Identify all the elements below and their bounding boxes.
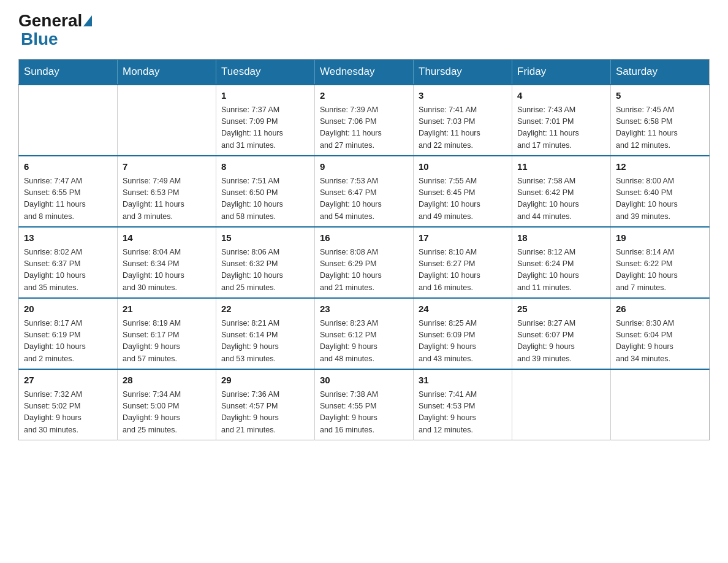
day-info: Sunrise: 8:14 AMSunset: 6:22 PMDaylight:… xyxy=(616,247,704,294)
calendar-cell: 4Sunrise: 7:43 AMSunset: 7:01 PMDaylight… xyxy=(512,85,611,156)
day-info: Sunrise: 7:49 AMSunset: 6:53 PMDaylight:… xyxy=(123,175,211,223)
calendar-cell: 16Sunrise: 8:08 AMSunset: 6:29 PMDayligh… xyxy=(315,227,414,298)
calendar-cell: 15Sunrise: 8:06 AMSunset: 6:32 PMDayligh… xyxy=(216,227,315,298)
day-number: 20 xyxy=(24,302,112,316)
calendar-table: SundayMondayTuesdayWednesdayThursdayFrid… xyxy=(18,59,710,440)
day-number: 7 xyxy=(123,160,211,174)
weekday-header-monday: Monday xyxy=(118,59,216,85)
day-info: Sunrise: 7:55 AMSunset: 6:45 PMDaylight:… xyxy=(419,175,507,223)
day-number: 14 xyxy=(123,231,211,245)
weekday-header-row: SundayMondayTuesdayWednesdayThursdayFrid… xyxy=(19,59,710,85)
day-info: Sunrise: 8:12 AMSunset: 6:24 PMDaylight:… xyxy=(517,247,605,294)
logo-blue-text: Blue xyxy=(21,29,58,48)
day-number: 31 xyxy=(419,373,507,388)
day-info: Sunrise: 7:43 AMSunset: 7:01 PMDaylight:… xyxy=(517,104,605,152)
day-number: 12 xyxy=(616,160,704,174)
day-info: Sunrise: 8:30 AMSunset: 6:04 PMDaylight:… xyxy=(616,318,704,366)
calendar-cell: 6Sunrise: 7:47 AMSunset: 6:55 PMDaylight… xyxy=(19,156,118,227)
calendar-cell: 20Sunrise: 8:17 AMSunset: 6:19 PMDayligh… xyxy=(19,298,118,369)
weekday-header-sunday: Sunday xyxy=(19,59,118,85)
calendar-cell: 18Sunrise: 8:12 AMSunset: 6:24 PMDayligh… xyxy=(512,227,611,298)
calendar-cell: 5Sunrise: 7:45 AMSunset: 6:58 PMDaylight… xyxy=(611,85,710,156)
day-info: Sunrise: 7:53 AMSunset: 6:47 PMDaylight:… xyxy=(320,175,408,223)
day-info: Sunrise: 7:36 AMSunset: 4:57 PMDaylight:… xyxy=(221,389,309,437)
calendar-cell: 3Sunrise: 7:41 AMSunset: 7:03 PMDaylight… xyxy=(414,85,512,156)
day-info: Sunrise: 8:19 AMSunset: 6:17 PMDaylight:… xyxy=(123,318,211,366)
day-info: Sunrise: 8:08 AMSunset: 6:29 PMDaylight:… xyxy=(320,247,408,294)
day-number: 25 xyxy=(517,302,605,316)
calendar-cell: 19Sunrise: 8:14 AMSunset: 6:22 PMDayligh… xyxy=(611,227,710,298)
calendar-cell: 30Sunrise: 7:38 AMSunset: 4:55 PMDayligh… xyxy=(315,369,414,440)
weekday-header-tuesday: Tuesday xyxy=(216,59,315,85)
day-number: 21 xyxy=(123,302,211,316)
day-number: 26 xyxy=(616,302,704,316)
day-number: 11 xyxy=(517,160,605,174)
calendar-cell: 7Sunrise: 7:49 AMSunset: 6:53 PMDaylight… xyxy=(118,156,216,227)
day-info: Sunrise: 7:32 AMSunset: 5:02 PMDaylight:… xyxy=(24,389,112,437)
calendar-cell: 28Sunrise: 7:34 AMSunset: 5:00 PMDayligh… xyxy=(118,369,216,440)
logo-triangle-icon xyxy=(83,15,92,26)
calendar-cell xyxy=(512,369,611,440)
calendar-cell: 21Sunrise: 8:19 AMSunset: 6:17 PMDayligh… xyxy=(118,298,216,369)
calendar-week-row: 13Sunrise: 8:02 AMSunset: 6:37 PMDayligh… xyxy=(19,227,710,298)
day-info: Sunrise: 8:25 AMSunset: 6:09 PMDaylight:… xyxy=(419,318,507,366)
calendar-cell xyxy=(19,85,118,156)
day-info: Sunrise: 7:58 AMSunset: 6:42 PMDaylight:… xyxy=(517,175,605,223)
day-info: Sunrise: 8:10 AMSunset: 6:27 PMDaylight:… xyxy=(419,247,507,294)
weekday-header-friday: Friday xyxy=(512,59,611,85)
calendar-cell: 1Sunrise: 7:37 AMSunset: 7:09 PMDaylight… xyxy=(216,85,315,156)
calendar-cell: 9Sunrise: 7:53 AMSunset: 6:47 PMDaylight… xyxy=(315,156,414,227)
day-number: 18 xyxy=(517,231,605,245)
calendar-cell: 8Sunrise: 7:51 AMSunset: 6:50 PMDaylight… xyxy=(216,156,315,227)
day-info: Sunrise: 8:27 AMSunset: 6:07 PMDaylight:… xyxy=(517,318,605,366)
logo: General Blue xyxy=(18,12,93,49)
weekday-header-wednesday: Wednesday xyxy=(315,59,414,85)
calendar-cell: 14Sunrise: 8:04 AMSunset: 6:34 PMDayligh… xyxy=(118,227,216,298)
calendar-cell: 29Sunrise: 7:36 AMSunset: 4:57 PMDayligh… xyxy=(216,369,315,440)
logo-general-text: General xyxy=(18,12,82,29)
day-info: Sunrise: 8:00 AMSunset: 6:40 PMDaylight:… xyxy=(616,175,704,223)
day-info: Sunrise: 8:17 AMSunset: 6:19 PMDaylight:… xyxy=(24,318,112,366)
calendar-cell: 11Sunrise: 7:58 AMSunset: 6:42 PMDayligh… xyxy=(512,156,611,227)
calendar-cell: 27Sunrise: 7:32 AMSunset: 5:02 PMDayligh… xyxy=(19,369,118,440)
calendar-cell: 23Sunrise: 8:23 AMSunset: 6:12 PMDayligh… xyxy=(315,298,414,369)
calendar-cell: 26Sunrise: 8:30 AMSunset: 6:04 PMDayligh… xyxy=(611,298,710,369)
calendar-cell xyxy=(118,85,216,156)
weekday-header-saturday: Saturday xyxy=(611,59,710,85)
day-info: Sunrise: 7:34 AMSunset: 5:00 PMDaylight:… xyxy=(123,389,211,437)
day-number: 10 xyxy=(419,160,507,174)
page-header: General Blue xyxy=(18,12,710,49)
calendar-cell: 22Sunrise: 8:21 AMSunset: 6:14 PMDayligh… xyxy=(216,298,315,369)
calendar-cell: 17Sunrise: 8:10 AMSunset: 6:27 PMDayligh… xyxy=(414,227,512,298)
day-number: 4 xyxy=(517,89,605,103)
day-number: 28 xyxy=(123,373,211,388)
day-number: 23 xyxy=(320,302,408,316)
calendar-cell: 13Sunrise: 8:02 AMSunset: 6:37 PMDayligh… xyxy=(19,227,118,298)
day-info: Sunrise: 7:41 AMSunset: 4:53 PMDaylight:… xyxy=(419,389,507,437)
day-number: 29 xyxy=(221,373,309,388)
day-number: 9 xyxy=(320,160,408,174)
day-number: 6 xyxy=(24,160,112,174)
day-number: 5 xyxy=(616,89,704,103)
calendar-cell: 2Sunrise: 7:39 AMSunset: 7:06 PMDaylight… xyxy=(315,85,414,156)
calendar-week-row: 27Sunrise: 7:32 AMSunset: 5:02 PMDayligh… xyxy=(19,369,710,440)
day-info: Sunrise: 7:41 AMSunset: 7:03 PMDaylight:… xyxy=(419,104,507,152)
day-number: 13 xyxy=(24,231,112,245)
day-number: 8 xyxy=(221,160,309,174)
day-number: 15 xyxy=(221,231,309,245)
calendar-cell: 24Sunrise: 8:25 AMSunset: 6:09 PMDayligh… xyxy=(414,298,512,369)
weekday-header-thursday: Thursday xyxy=(414,59,512,85)
day-info: Sunrise: 8:02 AMSunset: 6:37 PMDaylight:… xyxy=(24,247,112,294)
calendar-week-row: 20Sunrise: 8:17 AMSunset: 6:19 PMDayligh… xyxy=(19,298,710,369)
day-info: Sunrise: 8:04 AMSunset: 6:34 PMDaylight:… xyxy=(123,247,211,294)
day-info: Sunrise: 7:47 AMSunset: 6:55 PMDaylight:… xyxy=(24,175,112,223)
day-info: Sunrise: 7:45 AMSunset: 6:58 PMDaylight:… xyxy=(616,104,704,152)
day-number: 19 xyxy=(616,231,704,245)
day-number: 22 xyxy=(221,302,309,316)
day-info: Sunrise: 7:38 AMSunset: 4:55 PMDaylight:… xyxy=(320,389,408,437)
calendar-cell: 10Sunrise: 7:55 AMSunset: 6:45 PMDayligh… xyxy=(414,156,512,227)
day-info: Sunrise: 8:23 AMSunset: 6:12 PMDaylight:… xyxy=(320,318,408,366)
calendar-cell xyxy=(611,369,710,440)
day-info: Sunrise: 7:37 AMSunset: 7:09 PMDaylight:… xyxy=(221,104,309,152)
day-number: 1 xyxy=(221,89,309,103)
